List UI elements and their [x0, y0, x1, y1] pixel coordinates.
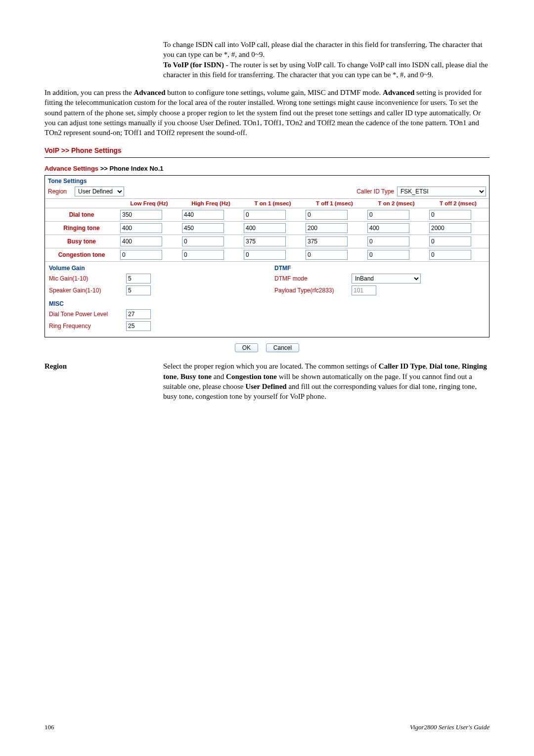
cong-low[interactable] — [120, 250, 162, 260]
cong-ton2[interactable] — [367, 250, 409, 260]
cong-toff1[interactable] — [306, 250, 348, 260]
dial-low[interactable] — [120, 210, 162, 220]
busy-ton2[interactable] — [367, 236, 409, 246]
payload-input — [352, 285, 376, 295]
page-number: 106 — [44, 723, 54, 731]
ring-freq-label: Ring Frequency — [49, 323, 123, 330]
region-label: Region — [48, 188, 72, 195]
th-low: Low Freq (Hz) — [118, 199, 180, 208]
region-term: Region — [44, 361, 163, 401]
intro-p1a: To change ISDN call into VoIP call, plea… — [163, 41, 483, 58]
ring-toff1[interactable] — [306, 223, 348, 233]
mic-gain-input[interactable] — [126, 274, 151, 284]
cong-toff2[interactable] — [429, 250, 471, 260]
region-select[interactable]: User Defined — [75, 187, 124, 196]
page-title: VoIP >> Phone Settings — [44, 146, 490, 154]
intro-p1b-bold: To VoIP (for ISDN) — [163, 61, 224, 69]
tone-settings-label: Tone Settings — [45, 176, 489, 185]
dial-toff1[interactable] — [306, 210, 348, 220]
ring-ton1[interactable] — [244, 223, 286, 233]
misc-section: MISC Dial Tone Power Level Ring Frequenc… — [45, 298, 489, 337]
dtmf-mode-label: DTMF mode — [274, 275, 349, 282]
th-ton2: T on 2 (msec) — [365, 199, 427, 208]
mic-gain-label: Mic Gain(1-10) — [49, 275, 123, 282]
volume-gain-label: Volume Gain — [49, 265, 260, 272]
dial-high[interactable] — [182, 210, 224, 220]
th-toff2: T off 2 (msec) — [427, 199, 489, 208]
cong-ton1[interactable] — [244, 250, 286, 260]
ring-ton2[interactable] — [367, 223, 409, 233]
table-row: Dial tone — [45, 208, 489, 222]
ring-toff2[interactable] — [429, 223, 471, 233]
ring-low[interactable] — [120, 223, 162, 233]
th-high: High Freq (Hz) — [180, 199, 242, 208]
intro-block: To change ISDN call into VoIP call, plea… — [163, 40, 490, 80]
dtmf-mode-select[interactable]: InBand — [352, 274, 421, 284]
dial-tone-power-label: Dial Tone Power Level — [49, 311, 123, 318]
volume-gain-col: Volume Gain Mic Gain(1-10) Speaker Gain(… — [49, 265, 260, 297]
table-row: Busy tone — [45, 235, 489, 248]
ring-freq-input[interactable] — [126, 321, 151, 331]
busy-high[interactable] — [182, 236, 224, 246]
ok-button[interactable]: OK — [235, 343, 258, 352]
region-definition: Region Select the proper region which yo… — [44, 361, 490, 401]
settings-panel: Tone Settings Region User Defined Caller… — [44, 175, 490, 337]
divider — [44, 157, 490, 158]
footer: 106 Vigor2800 Series User's Guide — [44, 723, 490, 731]
caller-id-select[interactable]: FSK_ETSI — [397, 187, 486, 196]
region-def: Select the proper region which you are l… — [163, 361, 490, 401]
th-toff1: T off 1 (msec) — [304, 199, 365, 208]
payload-label: Payload Type(rfc2833) — [274, 287, 349, 294]
advance-settings-header: Advance Settings >> Phone Index No.1 — [44, 165, 490, 172]
caller-id-label: Caller ID Type — [356, 188, 394, 195]
body-paragraph: In addition, you can press the Advanced … — [44, 88, 490, 138]
dial-tone-power-input[interactable] — [126, 309, 151, 319]
dtmf-col: DTMF DTMF mode InBand Payload Type(rfc28… — [274, 265, 485, 297]
guide-name: Vigor2800 Series User's Guide — [410, 723, 490, 731]
table-row: Ringing tone — [45, 222, 489, 235]
busy-ton1[interactable] — [244, 236, 286, 246]
th-ton1: T on 1 (msec) — [242, 199, 304, 208]
busy-toff2[interactable] — [429, 236, 471, 246]
ring-high[interactable] — [182, 223, 224, 233]
cong-high[interactable] — [182, 250, 224, 260]
speaker-gain-label: Speaker Gain(1-10) — [49, 287, 123, 294]
speaker-gain-input[interactable] — [126, 285, 151, 295]
dial-toff2[interactable] — [429, 210, 471, 220]
busy-low[interactable] — [120, 236, 162, 246]
region-row: Region User Defined Caller ID Type FSK_E… — [45, 185, 489, 198]
misc-label: MISC — [49, 300, 485, 307]
dial-ton1[interactable] — [244, 210, 286, 220]
table-row: Congestion tone — [45, 248, 489, 262]
dtmf-label: DTMF — [274, 265, 485, 272]
busy-toff1[interactable] — [306, 236, 348, 246]
dial-ton2[interactable] — [367, 210, 409, 220]
cancel-button[interactable]: Cancel — [266, 343, 299, 352]
tone-table: Low Freq (Hz) High Freq (Hz) T on 1 (mse… — [45, 198, 489, 261]
